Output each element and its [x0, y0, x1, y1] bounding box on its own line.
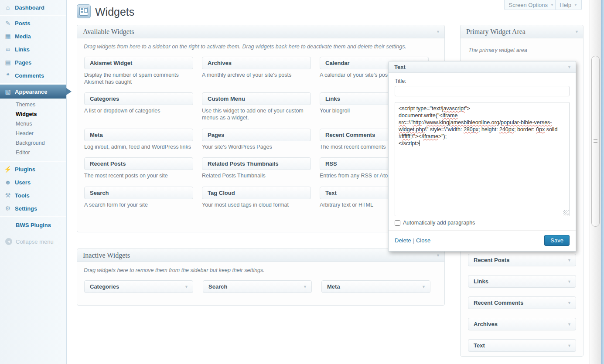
sidebar-widget-recent-posts[interactable]: Recent Posts▼	[468, 254, 576, 266]
screen-options-button[interactable]: Screen Options ▼	[504, 0, 558, 10]
widget-card-titlebar[interactable]: Tag Cloud	[202, 187, 311, 199]
sidebar-item-media[interactable]: ▦Media	[0, 30, 66, 43]
autop-checkbox[interactable]	[395, 220, 400, 226]
widget-card-description: The most recent posts on your site	[84, 173, 193, 180]
scrollbar-thumb[interactable]	[591, 56, 600, 227]
sidebar-item-pages[interactable]: ▤Pages	[0, 56, 66, 69]
widget-card-description: Related Posts Thumbnails	[202, 173, 311, 180]
toggle-arrow-icon[interactable]: ▼	[567, 279, 571, 284]
text-widget-title: Text	[394, 64, 406, 70]
toggle-arrow-icon[interactable]: ▼	[567, 258, 571, 262]
primary-widget-area-header[interactable]: Primary Widget Area ▼	[461, 25, 583, 38]
inactive-widget-categories[interactable]: Categories▼	[84, 280, 193, 293]
help-button[interactable]: Help ▼	[555, 0, 582, 10]
appearance-submenu: ThemesWidgetsMenusHeaderBackgroundEditor	[0, 99, 66, 160]
sidebar-item-plugins[interactable]: ⚡Plugins	[0, 163, 66, 176]
sidebar-item-posts[interactable]: ✎Posts	[0, 17, 66, 30]
sidebar-item-label: Appearance	[15, 88, 47, 95]
primary-widget-list: Recent Posts▼Links▼Recent Comments▼Archi…	[468, 254, 576, 361]
sidebar-separator	[0, 83, 66, 84]
sidebar-item-links[interactable]: ∞Links	[0, 43, 66, 56]
sidebar-item-label: Posts	[15, 20, 30, 27]
widget-card-titlebar[interactable]: Categories	[84, 92, 193, 105]
widget-card-name: Custom Menu	[208, 95, 245, 102]
widget-name: Search	[208, 283, 227, 290]
submenu-item-editor[interactable]: Editor	[0, 148, 66, 157]
widget-card-titlebar[interactable]: Custom Menu	[202, 92, 311, 105]
toggle-arrow-icon[interactable]: ▼	[567, 344, 571, 348]
toggle-arrow-icon[interactable]: ▼	[422, 285, 426, 289]
inactive-widget-meta[interactable]: Meta▼	[321, 280, 430, 293]
text-widget-content-textarea[interactable]: <script type="text/javascript"> document…	[395, 102, 570, 216]
textarea-resize-grip-icon[interactable]	[563, 210, 569, 215]
widget-card-titlebar[interactable]: Pages	[202, 129, 311, 141]
sidebar-separator	[0, 15, 66, 16]
sidebar-widget-text[interactable]: Text▼	[468, 339, 576, 352]
submenu-item-background[interactable]: Background	[0, 138, 66, 148]
widget-card-name: Akismet Widget	[90, 60, 132, 66]
close-link[interactable]: Close	[416, 237, 430, 244]
submenu-item-widgets[interactable]: Widgets	[0, 109, 66, 119]
collapse-menu-button[interactable]: ◄Collapse menu	[0, 233, 66, 250]
available-widgets-header[interactable]: Available Widgets ▼	[77, 25, 444, 38]
sidebar-widget-recent-comments[interactable]: Recent Comments▼	[468, 296, 576, 309]
widget-name: Meta	[327, 283, 340, 290]
toggle-arrow-icon[interactable]: ▼	[303, 285, 307, 289]
widget-card: SearchA search form for your site	[84, 187, 193, 209]
sidebar-item-label: Dashboard	[15, 4, 44, 11]
text-widget-title-input[interactable]	[395, 86, 570, 96]
widget-card-titlebar[interactable]: Related Posts Thumbnails	[202, 157, 311, 170]
available-widgets-description: Drag widgets from here to a sidebar on t…	[77, 38, 444, 55]
vertical-scrollbar[interactable]	[590, 0, 601, 364]
toggle-arrow-icon[interactable]: ▼	[184, 285, 188, 289]
widget-card-name: Pages	[208, 132, 224, 138]
widget-card-name: Archives	[208, 60, 232, 66]
toggle-arrow-icon[interactable]: ▼	[567, 301, 571, 305]
primary-widget-area-title: Primary Widget Area	[466, 28, 526, 36]
sidebar-item-users[interactable]: ☻Users	[0, 176, 66, 189]
widget-card-name: Search	[90, 190, 109, 196]
submenu-item-menus[interactable]: Menus	[0, 119, 66, 129]
sidebar-item-appearance[interactable]: ▧Appearance	[0, 85, 66, 99]
sidebar-separator	[0, 161, 66, 162]
widget-actions: Delete|Close	[395, 237, 430, 244]
toggle-arrow-icon[interactable]: ▼	[567, 65, 571, 69]
text-widget-expanded: Text ▼ Title: <script type="text/javascr…	[388, 61, 576, 252]
widget-card-description: Your most used tags in cloud format	[202, 202, 311, 209]
autop-label: Automatically add paragraphs	[403, 220, 475, 226]
toggle-arrow-icon[interactable]: ▼	[575, 30, 579, 34]
widget-card-titlebar[interactable]: Archives	[202, 57, 311, 69]
sidebar-item-bws-plugins[interactable]: BWS Plugins	[0, 218, 66, 233]
widget-card-titlebar[interactable]: Akismet Widget	[84, 57, 193, 69]
toggle-arrow-icon[interactable]: ▼	[436, 253, 440, 258]
inactive-widget-search[interactable]: Search▼	[203, 280, 312, 293]
submenu-item-themes[interactable]: Themes	[0, 100, 66, 109]
sidebar-item-settings[interactable]: ⚙Settings	[0, 202, 66, 215]
widgets-page-icon	[77, 4, 91, 18]
sidebar-item-dashboard[interactable]: ⌂Dashboard	[0, 1, 66, 14]
home-icon: ⌂	[4, 4, 12, 11]
toggle-arrow-icon[interactable]: ▼	[436, 30, 440, 34]
pages-icon: ▤	[4, 59, 12, 66]
sidebar-item-tools[interactable]: ⚒Tools	[0, 189, 66, 202]
widget-card-titlebar[interactable]: Meta	[84, 129, 193, 141]
sidebar-widget-links[interactable]: Links▼	[468, 275, 576, 288]
widget-card-titlebar[interactable]: Search	[84, 187, 193, 199]
tools-icon: ⚒	[4, 192, 12, 199]
sidebar-widget-archives[interactable]: Archives▼	[468, 318, 576, 330]
widget-card-name: Text	[325, 190, 337, 196]
sidebar-item-comments[interactable]: ❝Comments	[0, 69, 66, 82]
sidebar-item-label: Settings	[15, 205, 37, 212]
toggle-arrow-icon[interactable]: ▼	[567, 322, 571, 327]
widget-card-titlebar[interactable]: Recent Posts	[84, 157, 193, 170]
text-widget-header[interactable]: Text ▼	[389, 61, 576, 73]
inactive-widgets-description: Drag widgets here to remove them from th…	[77, 262, 444, 279]
link-separator: |	[413, 237, 414, 244]
pushpin-icon: ✎	[4, 20, 12, 27]
inactive-widgets-title: Inactive Widgets	[83, 252, 130, 259]
delete-link[interactable]: Delete	[395, 237, 411, 244]
submenu-item-header[interactable]: Header	[0, 129, 66, 138]
save-button[interactable]: Save	[544, 235, 570, 246]
page-title: Widgets	[95, 6, 134, 18]
widget-card: Akismet WidgetDisplay the number of spam…	[84, 57, 193, 85]
